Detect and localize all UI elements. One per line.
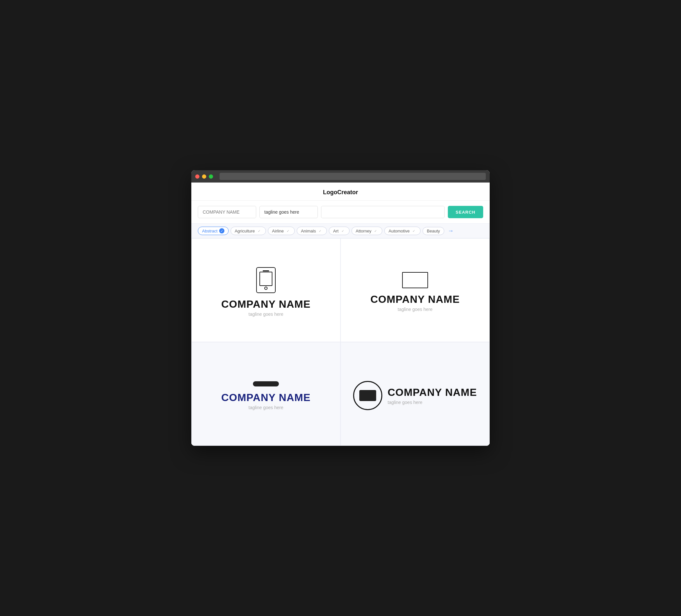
logo-card-4[interactable]: COMPANY NAME tagline goes here [340, 342, 490, 446]
search-button[interactable]: SEARCH [448, 206, 483, 218]
category-tag-beauty[interactable]: Beauty [423, 227, 444, 235]
maximize-button[interactable] [209, 174, 213, 179]
check-icon-art: ✓ [340, 228, 345, 233]
category-tag-animals[interactable]: Animals ✓ [297, 227, 327, 235]
browser-titlebar [191, 170, 490, 182]
check-icon-agriculture: ✓ [256, 228, 262, 233]
logo-company-name-1: COMPANY NAME [221, 298, 311, 310]
category-label: Attorney [356, 229, 371, 233]
logo-tagline-3: tagline goes here [248, 405, 283, 410]
check-icon-attorney: ✓ [373, 228, 378, 233]
address-bar[interactable] [220, 173, 486, 180]
logo-company-name-4: COMPANY NAME [387, 386, 477, 399]
logo-tagline-1: tagline goes here [248, 312, 283, 317]
logo-card-3[interactable]: COMPANY NAME tagline goes here [191, 342, 340, 446]
card4-text: COMPANY NAME tagline goes here [387, 386, 477, 405]
rectangle-icon [402, 272, 428, 288]
category-tag-agriculture[interactable]: Agriculture ✓ [231, 227, 266, 235]
check-icon-animals: ✓ [318, 228, 323, 233]
minimize-button[interactable] [202, 174, 206, 179]
logo-company-name-2: COMPANY NAME [370, 293, 460, 305]
logo-tagline-2: tagline goes here [398, 307, 432, 312]
close-button[interactable] [195, 174, 199, 179]
circle-rect-icon [353, 381, 382, 410]
keyword-input[interactable] [321, 206, 445, 218]
category-label: Beauty [427, 229, 440, 233]
category-label: Art [333, 229, 338, 233]
pill-icon [253, 381, 279, 386]
category-tag-abstract[interactable]: Abstract ✓ [198, 227, 229, 235]
phone-icon [256, 267, 276, 293]
tagline-input[interactable] [259, 206, 318, 218]
logo-card-1[interactable]: COMPANY NAME tagline goes here [191, 238, 340, 342]
category-tag-attorney[interactable]: Attorney ✓ [352, 227, 382, 235]
browser-window: LogoCreator SEARCH Abstract ✓ Agricultur… [191, 170, 490, 446]
logo-company-name-3: COMPANY NAME [221, 392, 311, 404]
category-label: Automotive [388, 229, 409, 233]
search-bar: SEARCH [191, 201, 490, 223]
app-title: LogoCreator [191, 182, 490, 201]
card4-content: COMPANY NAME tagline goes here [353, 381, 477, 410]
category-tag-airline[interactable]: Airline ✓ [268, 227, 295, 235]
check-icon-automotive: ✓ [411, 228, 417, 233]
category-label: Airline [272, 229, 284, 233]
logo-tagline-4: tagline goes here [387, 400, 477, 405]
app-container: LogoCreator SEARCH Abstract ✓ Agricultur… [191, 182, 490, 446]
category-label: Agriculture [235, 229, 255, 233]
category-tag-art[interactable]: Art ✓ [329, 227, 350, 235]
company-name-input[interactable] [198, 206, 256, 218]
logo-card-2[interactable]: COMPANY NAME tagline goes here [340, 238, 490, 342]
next-categories-button[interactable]: → [446, 226, 455, 235]
category-tag-automotive[interactable]: Automotive ✓ [384, 227, 421, 235]
category-label: Abstract [202, 229, 218, 233]
category-label: Animals [301, 229, 316, 233]
check-icon-airline: ✓ [285, 228, 291, 233]
logo-grid: COMPANY NAME tagline goes here COMPANY N… [191, 238, 490, 446]
category-bar: Abstract ✓ Agriculture ✓ Airline ✓ Anima… [191, 223, 490, 238]
check-icon-abstract: ✓ [219, 228, 224, 233]
